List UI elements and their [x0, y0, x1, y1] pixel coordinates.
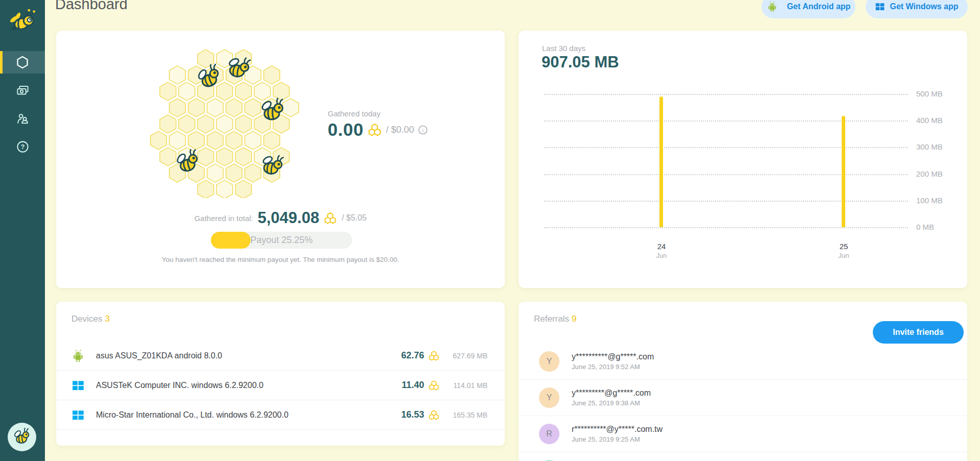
devices-header: Devices3	[71, 314, 110, 324]
device-traffic: 627.69 MB	[444, 352, 487, 360]
referral-email: y*********@g*****.com	[572, 389, 651, 398]
referral-row: R r**********@y*****.com.tw June 25, 201…	[519, 416, 967, 452]
gathered-total-usd: / $5.05	[341, 213, 366, 223]
x-tick-month: Jun	[646, 252, 677, 259]
page-title: Dashboard	[55, 0, 128, 13]
referral-date: June 25, 2019 9:52 AM	[572, 363, 654, 371]
period-total-value: 907.05 MB	[542, 53, 619, 71]
referral-date: June 25, 2019 9:38 AM	[572, 399, 651, 407]
device-row: asus ASUS_Z01KDA android 8.0.0 62.76 627…	[56, 341, 505, 371]
device-credits: 11.40	[402, 380, 424, 391]
sidebar-item-payouts[interactable]	[0, 79, 45, 102]
app-logo[interactable]	[0, 0, 45, 44]
y-axis-tick: 300 MB	[916, 142, 962, 151]
bee-badge-icon	[10, 425, 33, 448]
referral-row: Y y*********@g*****.com June 25, 2019 9:…	[519, 380, 967, 416]
main-content: Dashboard Get Android app Get Windows ap…	[45, 0, 980, 461]
referral-email: y**********@g*****.com	[572, 352, 654, 361]
android-icon	[71, 349, 85, 362]
device-name: ASUSTeK Computer INC. windows 6.2.9200.0	[96, 381, 402, 390]
gridline	[544, 174, 908, 175]
referral-row: **********@*****	[519, 452, 967, 461]
banknotes-icon	[16, 84, 30, 98]
chart-bar-jun25[interactable]	[842, 116, 845, 227]
referral-row: Y y**********@g*****.com June 25, 2019 9…	[519, 344, 967, 380]
sidebar-item-dashboard[interactable]	[0, 51, 45, 74]
referrals-card: Referrals9 Invite friends Y y**********@…	[519, 302, 967, 461]
referral-email: r**********@y*****.com.tw	[572, 425, 663, 434]
hexagon-icon	[15, 55, 30, 69]
android-icon	[767, 1, 778, 12]
referrals-list: Y y**********@g*****.com June 25, 2019 9…	[519, 344, 967, 461]
device-credits: 62.76	[401, 350, 424, 361]
avatar: Y	[539, 387, 559, 408]
y-axis-tick: 200 MB	[916, 169, 962, 178]
gridline	[544, 227, 908, 228]
device-name: Micro-Star International Co., Ltd. windo…	[96, 410, 401, 420]
device-row: ASUSTeK Computer INC. windows 6.2.9200.0…	[56, 371, 505, 400]
get-android-app-label: Get Android app	[787, 2, 851, 11]
traffic-card: Last 30 days 907.05 MB 500 MB 400 MB 300…	[519, 31, 967, 288]
honeycomb-illustration	[148, 49, 301, 198]
device-credits: 16.53	[401, 409, 424, 420]
gathering-card: Gathered today 0.00 / $0.00 Gathered in …	[56, 31, 505, 288]
gridline	[544, 120, 908, 122]
gathered-total-row: Gathered in total: 5,049.08 / $5.05	[56, 209, 505, 227]
gathered-total-value: 5,049.08	[258, 209, 320, 227]
honeycomb-credits-icon	[428, 380, 439, 391]
honeycomb-credits-icon	[428, 351, 439, 361]
avatar: Y	[539, 351, 559, 372]
get-windows-app-button[interactable]: Get Windows app	[866, 0, 968, 18]
device-traffic: 114.01 MB	[444, 381, 487, 390]
gathered-today-usd: / $0.00	[386, 125, 414, 135]
y-axis-tick: 0 MB	[916, 223, 962, 231]
bee-icon	[222, 52, 255, 85]
x-axis-label-jun25: 25 Jun	[828, 242, 859, 259]
bee-icon	[257, 95, 288, 127]
gridline	[544, 94, 908, 95]
y-axis-tick: 500 MB	[916, 89, 962, 98]
gridline	[544, 147, 908, 148]
x-tick-day: 24	[646, 242, 677, 251]
minimum-payout-note: You haven't reached the minimum payout y…	[56, 256, 505, 263]
invite-friends-button[interactable]: Invite friends	[873, 321, 964, 344]
get-android-app-button[interactable]: Get Android app	[762, 0, 855, 18]
windows-icon	[71, 408, 85, 422]
period-label: Last 30 days	[542, 44, 585, 53]
active-accent-bar	[0, 51, 3, 74]
windows-icon	[875, 2, 885, 12]
devices-label: Devices	[71, 314, 102, 324]
bee-badge[interactable]	[8, 423, 36, 451]
payout-progress-label: Payout 25.25%	[211, 232, 352, 249]
referrals-count: 9	[572, 314, 576, 324]
get-windows-app-label: Get Windows app	[890, 2, 958, 11]
referral-date: June 25, 2019 9:25 AM	[572, 435, 663, 443]
bee-icon	[257, 151, 288, 182]
devices-count: 3	[105, 314, 109, 324]
bee-logo-icon	[8, 9, 37, 35]
gathered-today-label: Gathered today	[328, 109, 428, 118]
x-axis-label-jun24: 24 Jun	[646, 242, 677, 259]
devices-list: asus ASUS_Z01KDA android 8.0.0 62.76 627…	[56, 341, 505, 430]
gathered-total-label: Gathered in total:	[194, 214, 253, 223]
referrals-label: Referrals	[534, 314, 569, 324]
device-name: asus ASUS_Z01KDA android 8.0.0	[96, 351, 401, 360]
x-tick-day: 25	[828, 242, 859, 251]
device-row: Micro-Star International Co., Ltd. windo…	[56, 400, 505, 430]
question-icon	[16, 140, 30, 154]
x-tick-month: Jun	[828, 252, 859, 259]
referrals-header: Referrals9	[534, 314, 576, 324]
chart-bar-jun24[interactable]	[659, 96, 663, 227]
sidebar-item-help[interactable]	[0, 135, 45, 158]
gridline	[544, 201, 908, 202]
devices-card: Devices3 asus ASUS_Z01KDA android 8.0.0 …	[56, 302, 505, 446]
sidebar-nav	[0, 51, 45, 163]
gathered-today-value: 0.00	[328, 119, 363, 140]
people-icon	[16, 112, 30, 126]
y-axis-tick: 100 MB	[916, 196, 962, 205]
info-icon[interactable]	[418, 125, 428, 135]
traffic-bar-chart	[544, 94, 908, 227]
honeycomb-credits-icon	[368, 124, 382, 136]
sidebar-item-referrals[interactable]	[0, 107, 45, 130]
device-traffic: 165.35 MB	[444, 411, 487, 419]
